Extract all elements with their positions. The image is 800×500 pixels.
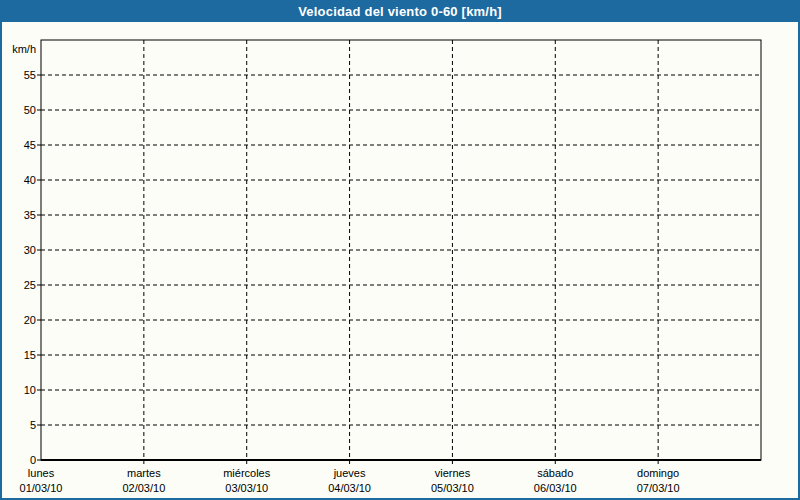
chart-window: Velocidad del viento 0-60 [km/h] km/h 05… (0, 0, 800, 500)
x-date-label: 07/03/10 (637, 482, 680, 494)
y-tick-label: 55 (24, 69, 36, 81)
chart-title-bar: Velocidad del viento 0-60 [km/h] (2, 2, 798, 22)
y-tick-label: 40 (24, 174, 36, 186)
y-tick-label: 35 (24, 209, 36, 221)
y-tick-label: 10 (24, 384, 36, 396)
x-day-label: jueves (333, 467, 366, 479)
x-date-label: 06/03/10 (534, 482, 577, 494)
x-date-label: 03/03/10 (225, 482, 268, 494)
y-tick-label: 25 (24, 279, 36, 291)
x-date-label: 04/03/10 (328, 482, 371, 494)
x-day-label: domingo (637, 467, 679, 479)
x-date-label: 02/03/10 (122, 482, 165, 494)
y-tick-label: 30 (24, 244, 36, 256)
x-day-label: lunes (28, 467, 55, 479)
x-date-label: 01/03/10 (20, 482, 63, 494)
x-day-label: viernes (435, 467, 471, 479)
x-day-label: miércoles (223, 467, 271, 479)
chart-title: Velocidad del viento 0-60 [km/h] (298, 4, 502, 19)
axis-layer (37, 40, 761, 464)
x-day-label: martes (127, 467, 161, 479)
y-tick-label: 5 (30, 419, 36, 431)
wind-speed-chart: km/h 0510152025303540455055lunes01/03/10… (2, 22, 798, 498)
y-tick-label: 50 (24, 104, 36, 116)
y-tick-label: 45 (24, 139, 36, 151)
y-tick-label: 0 (30, 454, 36, 466)
y-tick-label: 15 (24, 349, 36, 361)
y-axis-unit-label: km/h (12, 43, 36, 55)
x-date-label: 05/03/10 (431, 482, 474, 494)
grid-layer (41, 40, 761, 460)
x-day-label: sábado (537, 467, 573, 479)
y-tick-label: 20 (24, 314, 36, 326)
